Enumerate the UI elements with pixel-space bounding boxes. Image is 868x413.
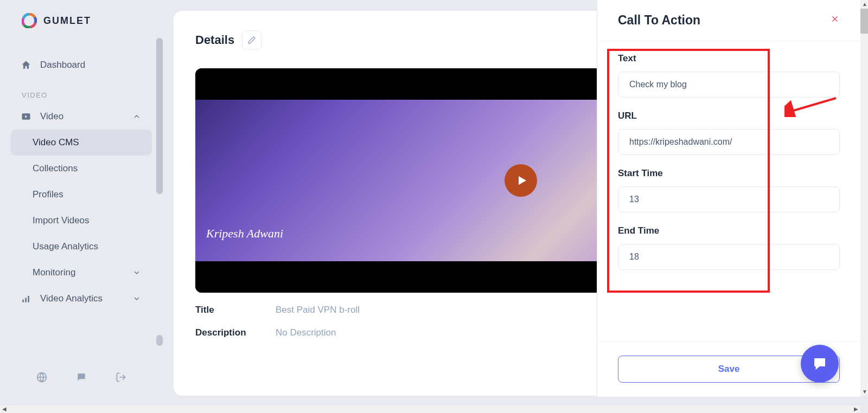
- panel-body: Text URL Start Time End Time: [597, 41, 860, 341]
- sidebar-label: Video: [40, 111, 63, 122]
- close-button[interactable]: [830, 14, 840, 27]
- edit-button[interactable]: [242, 30, 261, 50]
- description-value: No Description: [276, 327, 336, 338]
- sidebar-item-import-videos[interactable]: Import Videos: [11, 208, 152, 234]
- description-label: Description: [195, 327, 276, 338]
- text-input[interactable]: [618, 72, 840, 98]
- scroll-up-icon: ▲: [862, 1, 867, 7]
- logout-icon[interactable]: [116, 372, 126, 385]
- sidebar-item-dashboard[interactable]: Dashboard: [11, 52, 152, 78]
- panel-header: Call To Action: [597, 0, 860, 41]
- watermark-text: Kripesh Adwani: [206, 227, 283, 241]
- chevron-down-icon: [131, 267, 142, 278]
- scrollbar-thumb[interactable]: [156, 335, 163, 346]
- sidebar-item-video-analytics[interactable]: Video Analytics: [11, 286, 152, 312]
- chat-bubble-icon: [812, 356, 828, 372]
- sidebar-item-usage-analytics[interactable]: Usage Analytics: [11, 234, 152, 260]
- scroll-left-icon: ◀: [2, 406, 7, 412]
- title-value: Best Paid VPN b-roll: [276, 305, 360, 315]
- chat-fab[interactable]: [801, 345, 839, 383]
- cta-panel: Call To Action Text URL Start Time End T…: [597, 0, 860, 397]
- sidebar-label: Profiles: [33, 189, 63, 200]
- sidebar: GUMLET Dashboard VIDEO Video Video: [0, 0, 163, 396]
- scroll-right-icon: ▶: [854, 406, 858, 412]
- browser-scrollbar-horizontal[interactable]: ◀ ▶: [0, 405, 860, 413]
- chevron-down-icon: [131, 293, 142, 304]
- sidebar-label: Monitoring: [33, 267, 75, 278]
- svg-rect-2: [22, 300, 24, 302]
- close-icon: [830, 14, 840, 24]
- sidebar-item-profiles[interactable]: Profiles: [11, 182, 152, 208]
- browser-scrollbar-vertical[interactable]: ▲ ▼: [860, 0, 868, 396]
- globe-icon[interactable]: [36, 372, 47, 385]
- text-label: Text: [618, 53, 840, 64]
- title-label: Title: [195, 305, 276, 315]
- scroll-down-icon: ▼: [862, 389, 867, 395]
- play-icon: [515, 174, 528, 187]
- sidebar-label: Video CMS: [33, 137, 79, 148]
- logo-icon: [22, 13, 37, 28]
- play-box-icon: [21, 111, 31, 122]
- start-time-input[interactable]: [618, 186, 840, 212]
- sidebar-item-monitoring[interactable]: Monitoring: [11, 260, 152, 286]
- sidebar-label: Import Videos: [33, 215, 90, 226]
- sidebar-item-video-cms[interactable]: Video CMS: [11, 130, 152, 156]
- sidebar-label: Usage Analytics: [33, 241, 98, 252]
- home-icon: [21, 60, 31, 70]
- scrollbar-thumb[interactable]: [860, 9, 868, 34]
- svg-line-6: [790, 98, 836, 112]
- sidebar-item-collections[interactable]: Collections: [11, 156, 152, 182]
- sidebar-label: Video Analytics: [40, 293, 103, 304]
- svg-rect-4: [28, 296, 29, 302]
- sidebar-label: Collections: [33, 163, 78, 174]
- url-label: URL: [618, 111, 840, 121]
- end-time-input[interactable]: [618, 244, 840, 270]
- logo-text: GUMLET: [43, 15, 91, 27]
- logo[interactable]: GUMLET: [0, 0, 163, 41]
- chat-icon[interactable]: [76, 372, 87, 385]
- scrollbar-thumb[interactable]: [156, 38, 163, 194]
- chevron-up-icon: [131, 111, 142, 122]
- details-heading: Details: [195, 33, 234, 47]
- play-button[interactable]: [505, 164, 537, 197]
- url-input[interactable]: [618, 129, 840, 155]
- chart-icon: [21, 293, 31, 304]
- end-time-label: End Time: [618, 225, 840, 236]
- start-time-label: Start Time: [618, 168, 840, 179]
- sidebar-footer: [0, 361, 163, 396]
- panel-title: Call To Action: [618, 13, 700, 28]
- pencil-icon: [247, 36, 256, 44]
- nav: Dashboard VIDEO Video Video CMS Collecti…: [0, 41, 163, 361]
- sidebar-item-video[interactable]: Video: [11, 104, 152, 130]
- svg-rect-3: [25, 298, 27, 302]
- sidebar-label: Dashboard: [40, 60, 85, 70]
- section-label-video: VIDEO: [11, 78, 152, 104]
